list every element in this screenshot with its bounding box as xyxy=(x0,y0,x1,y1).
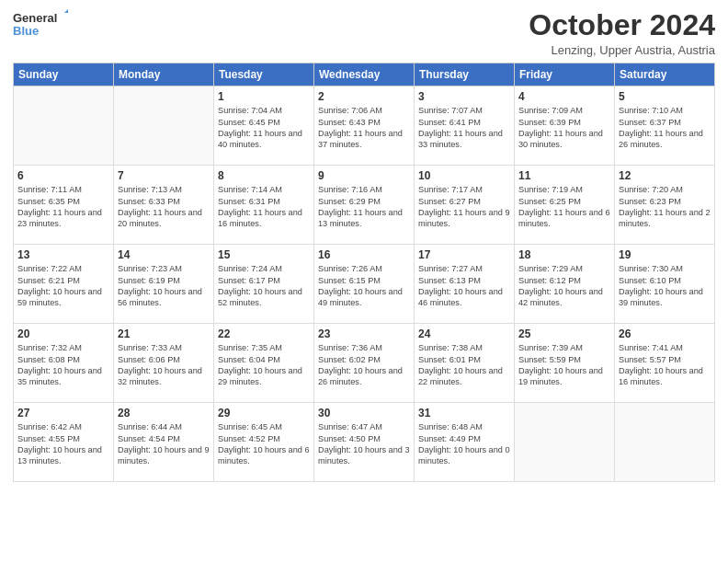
day-cell: 31Sunrise: 6:48 AM Sunset: 4:49 PM Dayli… xyxy=(415,403,515,482)
col-header-monday: Monday xyxy=(114,63,214,86)
week-row-2: 13Sunrise: 7:22 AM Sunset: 6:21 PM Dayli… xyxy=(14,245,715,324)
day-number: 10 xyxy=(418,169,510,182)
calendar-table: SundayMondayTuesdayWednesdayThursdayFrid… xyxy=(13,63,715,482)
week-row-4: 27Sunrise: 6:42 AM Sunset: 4:55 PM Dayli… xyxy=(14,403,715,482)
svg-text:Blue: Blue xyxy=(13,24,39,38)
day-cell: 9Sunrise: 7:16 AM Sunset: 6:29 PM Daylig… xyxy=(314,166,415,245)
day-info: Sunrise: 7:27 AM Sunset: 6:13 PM Dayligh… xyxy=(418,263,510,309)
day-cell: 18Sunrise: 7:29 AM Sunset: 6:12 PM Dayli… xyxy=(515,245,615,324)
day-info: Sunrise: 7:36 AM Sunset: 6:02 PM Dayligh… xyxy=(318,342,410,388)
day-cell: 12Sunrise: 7:20 AM Sunset: 6:23 PM Dayli… xyxy=(615,166,715,245)
day-number: 16 xyxy=(318,248,410,261)
logo-svg: General Blue xyxy=(13,9,68,42)
logo: General Blue xyxy=(13,9,68,42)
day-number: 21 xyxy=(118,327,210,340)
day-cell: 30Sunrise: 6:47 AM Sunset: 4:50 PM Dayli… xyxy=(314,403,415,482)
day-number: 8 xyxy=(218,169,310,182)
day-cell xyxy=(114,86,214,166)
day-info: Sunrise: 6:47 AM Sunset: 4:50 PM Dayligh… xyxy=(318,421,410,467)
header: General Blue October 2024 Lenzing, Upper… xyxy=(13,9,715,57)
day-number: 6 xyxy=(17,169,109,182)
day-info: Sunrise: 7:14 AM Sunset: 6:31 PM Dayligh… xyxy=(218,184,310,230)
day-cell: 5Sunrise: 7:10 AM Sunset: 6:37 PM Daylig… xyxy=(615,86,715,166)
day-cell: 13Sunrise: 7:22 AM Sunset: 6:21 PM Dayli… xyxy=(14,245,114,324)
day-cell: 20Sunrise: 7:32 AM Sunset: 6:08 PM Dayli… xyxy=(14,324,114,403)
day-cell: 22Sunrise: 7:35 AM Sunset: 6:04 PM Dayli… xyxy=(214,324,314,403)
day-number: 14 xyxy=(118,248,210,261)
week-row-0: 1Sunrise: 7:04 AM Sunset: 6:45 PM Daylig… xyxy=(14,86,715,166)
day-cell: 6Sunrise: 7:11 AM Sunset: 6:35 PM Daylig… xyxy=(14,166,114,245)
day-number: 23 xyxy=(318,327,410,340)
day-number: 24 xyxy=(418,327,510,340)
day-info: Sunrise: 6:42 AM Sunset: 4:55 PM Dayligh… xyxy=(17,421,109,467)
day-info: Sunrise: 7:04 AM Sunset: 6:45 PM Dayligh… xyxy=(218,105,310,151)
day-info: Sunrise: 7:39 AM Sunset: 5:59 PM Dayligh… xyxy=(518,342,610,388)
svg-marker-2 xyxy=(64,9,68,13)
day-cell xyxy=(615,403,715,482)
day-number: 26 xyxy=(619,327,711,340)
day-cell: 16Sunrise: 7:26 AM Sunset: 6:15 PM Dayli… xyxy=(314,245,415,324)
location-subtitle: Lenzing, Upper Austria, Austria xyxy=(529,43,715,57)
day-cell: 24Sunrise: 7:38 AM Sunset: 6:01 PM Dayli… xyxy=(415,324,515,403)
day-number: 28 xyxy=(118,407,210,419)
day-info: Sunrise: 7:07 AM Sunset: 6:41 PM Dayligh… xyxy=(418,105,510,151)
day-number: 2 xyxy=(318,90,410,103)
day-number: 17 xyxy=(418,248,510,261)
day-info: Sunrise: 7:16 AM Sunset: 6:29 PM Dayligh… xyxy=(318,184,410,230)
day-number: 15 xyxy=(218,248,310,261)
day-number: 19 xyxy=(619,248,711,261)
day-info: Sunrise: 7:23 AM Sunset: 6:19 PM Dayligh… xyxy=(118,263,210,309)
day-cell: 3Sunrise: 7:07 AM Sunset: 6:41 PM Daylig… xyxy=(415,86,515,166)
day-cell: 4Sunrise: 7:09 AM Sunset: 6:39 PM Daylig… xyxy=(515,86,615,166)
page: General Blue October 2024 Lenzing, Upper… xyxy=(0,0,728,563)
week-row-1: 6Sunrise: 7:11 AM Sunset: 6:35 PM Daylig… xyxy=(14,166,715,245)
day-number: 22 xyxy=(218,327,310,340)
day-info: Sunrise: 7:33 AM Sunset: 6:06 PM Dayligh… xyxy=(118,342,210,388)
day-info: Sunrise: 7:24 AM Sunset: 6:17 PM Dayligh… xyxy=(218,263,310,309)
day-info: Sunrise: 7:06 AM Sunset: 6:43 PM Dayligh… xyxy=(318,105,410,151)
month-title: October 2024 xyxy=(529,9,715,41)
day-info: Sunrise: 7:19 AM Sunset: 6:25 PM Dayligh… xyxy=(518,184,610,230)
day-cell: 23Sunrise: 7:36 AM Sunset: 6:02 PM Dayli… xyxy=(314,324,415,403)
day-info: Sunrise: 7:20 AM Sunset: 6:23 PM Dayligh… xyxy=(619,184,711,230)
day-number: 3 xyxy=(418,90,510,103)
day-number: 9 xyxy=(318,169,410,182)
day-cell: 14Sunrise: 7:23 AM Sunset: 6:19 PM Dayli… xyxy=(114,245,214,324)
day-info: Sunrise: 7:17 AM Sunset: 6:27 PM Dayligh… xyxy=(418,184,510,230)
day-cell: 25Sunrise: 7:39 AM Sunset: 5:59 PM Dayli… xyxy=(515,324,615,403)
day-number: 18 xyxy=(518,248,610,261)
day-info: Sunrise: 6:44 AM Sunset: 4:54 PM Dayligh… xyxy=(118,421,210,467)
day-number: 4 xyxy=(518,90,610,103)
week-row-3: 20Sunrise: 7:32 AM Sunset: 6:08 PM Dayli… xyxy=(14,324,715,403)
day-cell xyxy=(515,403,615,482)
col-header-tuesday: Tuesday xyxy=(214,63,314,86)
day-cell xyxy=(14,86,114,166)
day-number: 5 xyxy=(619,90,711,103)
day-cell: 29Sunrise: 6:45 AM Sunset: 4:52 PM Dayli… xyxy=(214,403,314,482)
day-cell: 19Sunrise: 7:30 AM Sunset: 6:10 PM Dayli… xyxy=(615,245,715,324)
col-header-sunday: Sunday xyxy=(14,63,114,86)
day-cell: 26Sunrise: 7:41 AM Sunset: 5:57 PM Dayli… xyxy=(615,324,715,403)
svg-text:General: General xyxy=(13,11,57,25)
day-info: Sunrise: 7:09 AM Sunset: 6:39 PM Dayligh… xyxy=(518,105,610,151)
day-number: 20 xyxy=(17,327,109,340)
col-header-saturday: Saturday xyxy=(615,63,715,86)
day-number: 29 xyxy=(218,407,310,419)
day-info: Sunrise: 6:45 AM Sunset: 4:52 PM Dayligh… xyxy=(218,421,310,467)
day-cell: 27Sunrise: 6:42 AM Sunset: 4:55 PM Dayli… xyxy=(14,403,114,482)
day-cell: 21Sunrise: 7:33 AM Sunset: 6:06 PM Dayli… xyxy=(114,324,214,403)
day-number: 1 xyxy=(218,90,310,103)
day-cell: 28Sunrise: 6:44 AM Sunset: 4:54 PM Dayli… xyxy=(114,403,214,482)
day-cell: 7Sunrise: 7:13 AM Sunset: 6:33 PM Daylig… xyxy=(114,166,214,245)
day-number: 31 xyxy=(418,407,510,419)
col-header-wednesday: Wednesday xyxy=(314,63,415,86)
day-number: 25 xyxy=(518,327,610,340)
calendar-header-row: SundayMondayTuesdayWednesdayThursdayFrid… xyxy=(14,63,715,86)
day-info: Sunrise: 7:11 AM Sunset: 6:35 PM Dayligh… xyxy=(17,184,109,230)
day-cell: 17Sunrise: 7:27 AM Sunset: 6:13 PM Dayli… xyxy=(415,245,515,324)
day-cell: 2Sunrise: 7:06 AM Sunset: 6:43 PM Daylig… xyxy=(314,86,415,166)
day-info: Sunrise: 7:22 AM Sunset: 6:21 PM Dayligh… xyxy=(17,263,109,309)
day-cell: 1Sunrise: 7:04 AM Sunset: 6:45 PM Daylig… xyxy=(214,86,314,166)
day-number: 13 xyxy=(17,248,109,261)
col-header-thursday: Thursday xyxy=(415,63,515,86)
